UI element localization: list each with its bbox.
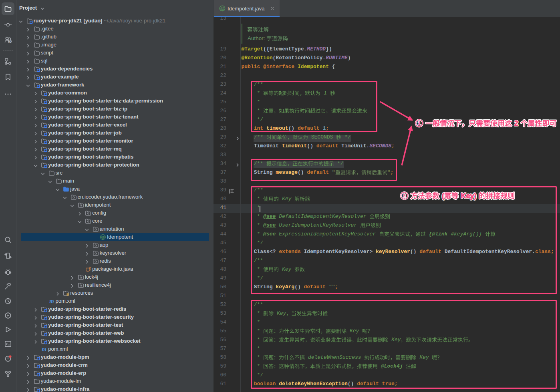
svg-text:Key): Key) [461, 192, 476, 200]
svg-text:@: @ [101, 235, 105, 239]
svg-text:2: 2 [514, 119, 518, 127]
svg-text:1: 1 [418, 121, 421, 126]
svg-text:(: ( [442, 192, 444, 200]
svg-text:m: m [42, 346, 46, 352]
svg-text:@: @ [220, 6, 224, 11]
svg-text:?: ? [9, 40, 11, 44]
svg-text:2: 2 [403, 193, 406, 199]
svg-text:m: m [49, 298, 54, 304]
